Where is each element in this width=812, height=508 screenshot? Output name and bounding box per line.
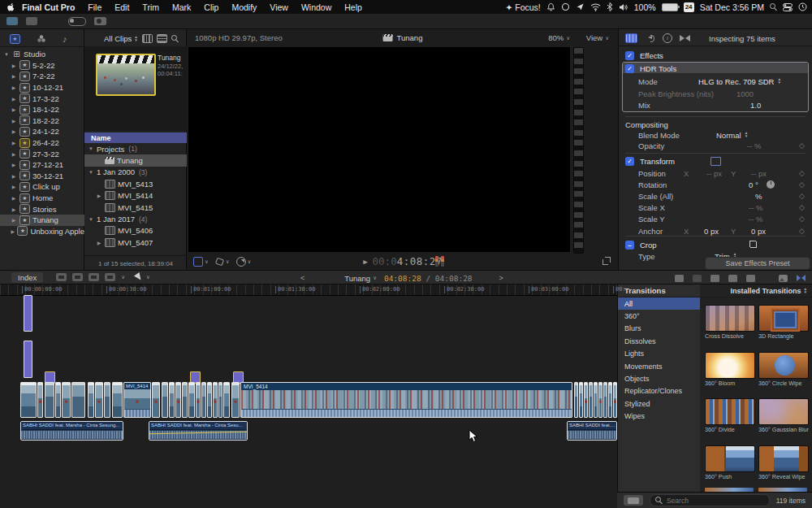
transitions-search-field[interactable] <box>650 494 770 506</box>
filmstrip-scroll-strip[interactable] <box>573 47 584 254</box>
disclosure-triangle-icon[interactable]: ▶ <box>11 173 17 179</box>
libraries-tab-icon[interactable] <box>10 34 20 44</box>
position-x-value[interactable]: -- px <box>706 169 722 178</box>
transition-thumbnail[interactable] <box>758 352 809 379</box>
video-clip[interactable] <box>169 382 175 418</box>
transitions-category-all[interactable]: All <box>618 297 700 310</box>
scale-y-value[interactable]: -- % <box>749 215 762 224</box>
scale-all-value[interactable]: % <box>755 192 762 201</box>
video-clip[interactable] <box>608 382 612 418</box>
sidebar-item-5-2-22[interactable]: ▶5-2-22 <box>0 60 84 72</box>
menu-item-trim[interactable]: Trim <box>136 2 166 12</box>
keyframe-diamond-icon[interactable] <box>799 180 805 189</box>
hdr-mode-popup[interactable]: HLG to Rec. 709 SDR <box>698 77 781 86</box>
disclosure-triangle-icon[interactable]: ▼ <box>88 170 94 175</box>
anchor-x-value[interactable]: 0 px <box>704 227 719 236</box>
effects-checkbox[interactable] <box>625 51 634 60</box>
skimming-icon[interactable] <box>675 275 684 282</box>
disclosure-triangle-icon[interactable]: ▶ <box>11 162 17 167</box>
transition-thumbnail[interactable] <box>758 398 809 425</box>
transition-thumbnail[interactable] <box>758 305 809 332</box>
rotation-dial[interactable] <box>767 180 775 189</box>
menu-item-edit[interactable]: Edit <box>108 2 136 12</box>
play-icon[interactable]: ▶ <box>363 258 367 266</box>
audio-meters[interactable] <box>435 256 444 267</box>
clock-menu-icon[interactable] <box>798 2 807 11</box>
sidebar-item-10-12-21[interactable]: ▶10-12-21 <box>0 82 84 93</box>
calendar-menu-icon[interactable]: 24 <box>684 2 694 12</box>
video-clip[interactable] <box>231 382 240 418</box>
browser-row-projects[interactable]: ▼Projects(1) <box>84 143 187 154</box>
connect-edit-icon[interactable] <box>56 273 67 281</box>
disclosure-triangle-icon[interactable]: ▼ <box>88 217 94 222</box>
video-clip[interactable] <box>175 382 181 418</box>
video-clip[interactable] <box>71 382 85 418</box>
video-clip[interactable] <box>152 382 160 418</box>
audio-clip[interactable]: SABHI SADDI feat. Marsha - Cinta Sesung.… <box>20 421 123 441</box>
sidebar-item-7-2-22[interactable]: ▶7-2-22 <box>0 71 84 82</box>
transitions-category-dissolves[interactable]: Dissolves <box>618 335 700 347</box>
disclosure-triangle-icon[interactable]: ▶ <box>11 184 17 189</box>
select-tool-icon[interactable] <box>136 273 143 282</box>
notification-bell-icon[interactable] <box>546 2 555 11</box>
keyword-editor-icon[interactable] <box>26 17 37 25</box>
sidebar-item-26-4-22[interactable]: ▶26-4-22 <box>0 137 84 149</box>
background-tasks-toggle[interactable] <box>68 17 86 26</box>
transitions-category-360-[interactable]: 360° <box>618 310 700 322</box>
transitions-search-input[interactable] <box>665 496 764 506</box>
disclosure-triangle-icon[interactable]: ▼ <box>3 52 10 57</box>
transitions-category-stylized[interactable]: Stylized <box>618 397 700 410</box>
sidebar-item-18-2-22[interactable]: ▶18-2-22 <box>0 115 84 127</box>
photos-videos-tab-icon[interactable] <box>37 34 46 44</box>
video-clip-long[interactable]: MVI_5414 <box>240 382 572 418</box>
video-clip[interactable] <box>594 382 598 418</box>
sidebar-item-click-up[interactable]: ▶Click up <box>0 181 84 193</box>
sidebar-item-17-3-22[interactable]: ▶17-3-22 <box>0 93 84 104</box>
import-media-icon[interactable] <box>94 17 106 25</box>
solo-icon[interactable] <box>710 275 719 282</box>
video-clip[interactable] <box>574 382 578 418</box>
sidebar-item-home[interactable]: ▶Home <box>0 193 84 204</box>
audio-clip[interactable]: SABHI SADDI feat. Marsha - Cinta Sesu... <box>149 421 248 441</box>
list-view-icon[interactable] <box>157 34 167 43</box>
transitions-category-lights[interactable]: Lights <box>618 348 700 360</box>
transitions-category-objects[interactable]: Objects <box>618 372 700 384</box>
snapping-icon[interactable] <box>728 275 737 282</box>
edit-options-chevron[interactable]: ∨ <box>121 274 125 280</box>
opacity-value[interactable]: -- % <box>747 141 761 150</box>
browser-row-tunang[interactable]: Tunang <box>84 154 187 166</box>
music-sound-tab-icon[interactable]: ♪ <box>63 34 67 44</box>
scale-x-value[interactable]: -- % <box>749 203 762 212</box>
transition-thumbnail[interactable] <box>705 305 755 332</box>
video-clip[interactable] <box>62 382 71 418</box>
transitions-category-wipes[interactable]: Wipes <box>618 410 700 423</box>
browser-row-mvi_5407[interactable]: ▶MVI_5407 <box>84 237 187 248</box>
browser-row-mvi_5413[interactable]: MVI_5413 <box>84 178 187 189</box>
transform-onscreen-icon[interactable] <box>710 157 721 166</box>
wifi-icon[interactable] <box>590 3 601 11</box>
keyframe-diamond-icon[interactable] <box>799 141 805 150</box>
fullscreen-icon[interactable] <box>603 257 611 265</box>
save-effects-preset-button[interactable]: Save Effects Preset <box>705 257 810 270</box>
video-clip[interactable] <box>95 382 103 418</box>
index-button[interactable]: Index <box>11 272 43 283</box>
installed-transitions-header[interactable]: Installed Transitions <box>700 284 812 297</box>
transition-item[interactable]: 3D Rectangle <box>758 305 809 341</box>
transitions-category-replicator-clones[interactable]: Replicator/Clones <box>618 385 700 397</box>
tool-options-chevron[interactable]: ∨ <box>146 274 150 280</box>
transition-item[interactable]: 360° Reveal Wipe <box>758 445 809 481</box>
disclosure-triangle-icon[interactable]: ▶ <box>11 128 17 134</box>
video-inspector-icon[interactable] <box>625 33 637 43</box>
mix-value[interactable]: 1.0 <box>750 101 761 110</box>
anchor-y-value[interactable]: 0 px <box>751 227 766 236</box>
sidebar-item-27-3-22[interactable]: ▶27-3-22 <box>0 148 84 159</box>
disclosure-triangle-icon[interactable]: ▶ <box>11 63 17 68</box>
crop-checkbox[interactable] <box>625 241 634 250</box>
status-circle-icon[interactable] <box>561 2 570 11</box>
transition-thumbnail[interactable] <box>705 352 755 379</box>
transition-item[interactable]: 360° Gaussian Blur <box>758 398 809 434</box>
video-clip[interactable] <box>55 382 61 418</box>
browser-row-mvi_5415[interactable]: MVI_5415 <box>84 202 187 213</box>
transition-item[interactable]: 360° Bloom <box>705 352 755 388</box>
timeline-project-popup[interactable]: Tunang∨ <box>344 274 377 283</box>
